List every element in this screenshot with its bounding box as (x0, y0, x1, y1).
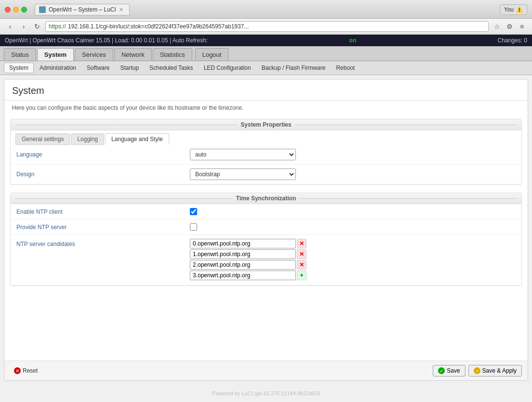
provide-ntp-checkbox[interactable] (190, 223, 197, 231)
ntp-input-3[interactable] (190, 271, 296, 280)
tab-favicon: 🌐 (39, 6, 46, 13)
bottom-footer: Powered by LuCI (git-15.276.51144-8832d5… (0, 385, 532, 402)
language-control: auto (190, 149, 516, 160)
subnav-scheduled-tasks[interactable]: Scheduled Tasks (145, 63, 198, 73)
inner-tabs: General settings Logging Language and St… (11, 130, 521, 145)
tab-network[interactable]: Network (114, 48, 152, 61)
provide-ntp-row: Provide NTP server (11, 220, 521, 235)
extensions-icon[interactable]: ⚙ (504, 21, 515, 32)
save-button[interactable]: ✓ Save (433, 365, 465, 376)
design-label: Design (16, 171, 190, 178)
ntp-remove-0[interactable]: ✕ (297, 239, 306, 248)
traffic-lights (5, 7, 27, 13)
menu-icon[interactable]: ≡ (517, 21, 527, 32)
ntp-entry-3: + (190, 271, 306, 280)
browser-nav: ‹ › ↻ https:// 192.168.1.1/cgi-bin/luci/… (0, 19, 532, 35)
forward-button[interactable]: › (18, 21, 29, 32)
reset-icon: ✕ (14, 367, 21, 374)
subnav-reboot[interactable]: Reboot (331, 63, 359, 73)
system-properties-section: System Properties General settings Loggi… (10, 119, 522, 185)
subnav-software[interactable]: Software (82, 63, 114, 73)
user-label: You (504, 6, 514, 13)
alert-icon: ⚠️ (516, 6, 523, 13)
browser-user-button[interactable]: You ⚠️ (500, 4, 527, 15)
maximize-button[interactable] (21, 7, 27, 13)
enable-ntp-checkbox[interactable] (190, 208, 197, 215)
content-area: System Administration Software Startup S… (0, 61, 532, 402)
ntp-entry-2: ✕ (190, 260, 306, 270)
ntp-candidates-row: NTP server candidates ✕ ✕ ✕ (11, 235, 521, 285)
language-select[interactable]: auto (190, 149, 296, 160)
tab-system[interactable]: System (37, 48, 74, 61)
openwrt-header: OpenWrt | OpenWrt Chaos Calmer 15.05 | L… (0, 35, 532, 46)
page-title-section: System (4, 79, 528, 101)
subnav-led-configuration[interactable]: LED Configuration (199, 63, 256, 73)
footer-actions: ✓ Save ✓ Save & Apply (433, 365, 522, 376)
reset-label: Reset (23, 367, 38, 374)
apply-icon: ✓ (474, 367, 480, 374)
ntp-remove-1[interactable]: ✕ (297, 249, 306, 259)
system-properties-header: System Properties (11, 119, 521, 130)
time-sync-header: Time Synchronization (11, 193, 521, 204)
tab-bar: 🌐 OpenWrt – System – LuCI ✕ (35, 4, 492, 15)
tab-title: OpenWrt – System – LuCI (49, 6, 116, 13)
page-description: Here you can configure the basic aspects… (4, 101, 528, 115)
tab-statistics[interactable]: Statistics (153, 48, 192, 61)
save-apply-label: Save & Apply (482, 367, 517, 374)
reset-button[interactable]: ✕ Reset (10, 365, 41, 376)
browser-titlebar: 🌐 OpenWrt – System – LuCI ✕ You ⚠️ (0, 0, 532, 19)
ntp-add-button[interactable]: + (297, 271, 306, 280)
inner-tab-logging[interactable]: Logging (71, 133, 104, 145)
address-bar[interactable]: https:// 192.168.1.1/cgi-bin/luci/;stok=… (45, 21, 489, 32)
powered-by-text: Powered by LuCI (git-15.276.51144-8832d5… (212, 390, 320, 396)
page-title: System (12, 85, 520, 96)
browser-tab[interactable]: 🌐 OpenWrt – System – LuCI ✕ (35, 4, 130, 15)
changes-count: Changes: 0 (498, 37, 527, 44)
main-nav: Status System Services Network Statistic… (0, 46, 532, 61)
ntp-input-1[interactable] (190, 249, 296, 259)
tab-status[interactable]: Status (4, 48, 36, 61)
enable-ntp-label: Enable NTP client (16, 208, 190, 215)
provide-ntp-label: Provide NTP server (16, 224, 190, 231)
tab-close-button[interactable]: ✕ (119, 7, 123, 13)
ntp-input-0[interactable] (190, 239, 296, 248)
language-row: Language auto (11, 145, 521, 165)
design-row: Design Bootstrap (11, 165, 521, 184)
tab-services[interactable]: Services (75, 48, 113, 61)
ntp-entry-1: ✕ (190, 249, 306, 259)
ntp-input-2[interactable] (190, 260, 296, 270)
sub-nav: System Administration Software Startup S… (0, 61, 532, 75)
address-protocol: https:// (49, 23, 66, 30)
design-select[interactable]: Bootstrap (190, 169, 296, 180)
page-content: System Here you can configure the basic … (4, 79, 528, 381)
design-control: Bootstrap (190, 169, 516, 180)
tab-logout[interactable]: Logout (195, 48, 229, 61)
subnav-administration[interactable]: Administration (35, 63, 81, 73)
auto-refresh-status: on (349, 37, 357, 44)
save-apply-button[interactable]: ✓ Save & Apply (468, 365, 522, 376)
subnav-system[interactable]: System (4, 63, 34, 73)
ntp-candidates-label: NTP server candidates (16, 239, 190, 247)
minimize-button[interactable] (13, 7, 19, 13)
time-sync-section: Time Synchronization Enable NTP client P… (10, 193, 522, 286)
refresh-button[interactable]: ↻ (32, 21, 42, 32)
ntp-candidates-list: ✕ ✕ ✕ + (190, 239, 306, 281)
browser-nav-icons: ☆ ⚙ ≡ (492, 21, 527, 32)
openwrt-title: OpenWrt | OpenWrt Chaos Calmer 15.05 | L… (5, 37, 208, 44)
language-label: Language (16, 151, 190, 158)
page-footer: ✕ Reset ✓ Save ✓ Save & Apply (4, 361, 528, 380)
back-button[interactable]: ‹ (5, 21, 15, 32)
bookmark-icon[interactable]: ☆ (492, 21, 502, 32)
address-text: 192.168.1.1/cgi-bin/luci/;stok=c0df22624… (68, 23, 249, 30)
subnav-backup-flash[interactable]: Backup / Flash Firmware (257, 63, 331, 73)
inner-tab-language-style[interactable]: Language and Style (105, 133, 169, 145)
close-button[interactable] (5, 7, 11, 13)
save-icon: ✓ (438, 367, 445, 374)
enable-ntp-row: Enable NTP client (11, 204, 521, 220)
save-label: Save (447, 367, 460, 374)
ntp-remove-2[interactable]: ✕ (297, 260, 306, 270)
ntp-entry-0: ✕ (190, 239, 306, 248)
subnav-startup[interactable]: Startup (115, 63, 144, 73)
inner-tab-general[interactable]: General settings (15, 133, 70, 145)
